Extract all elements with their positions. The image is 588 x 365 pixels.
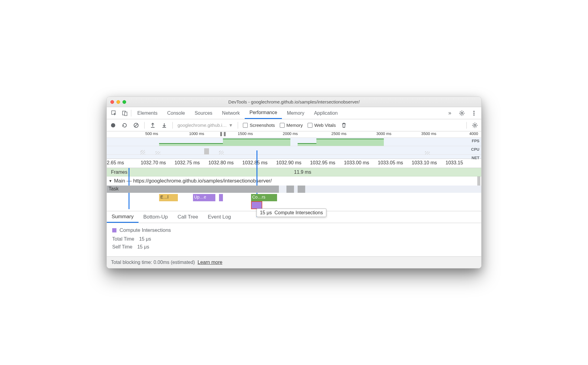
dtab-eventlog[interactable]: Event Log: [203, 211, 236, 223]
save-profile-button[interactable]: [161, 122, 168, 129]
blocking-time-text: Total blocking time: 0.00ms (estimated): [111, 260, 195, 265]
svg-point-12: [474, 124, 476, 126]
traffic-lights: [110, 100, 126, 104]
svg-point-5: [473, 113, 475, 114]
main-track-label: Main — https://googlechrome.github.io/sa…: [114, 178, 272, 184]
frame-duration: 11.9 ms: [294, 169, 311, 175]
settings-gear-icon[interactable]: [457, 110, 467, 116]
tab-memory[interactable]: Memory: [282, 107, 309, 119]
checkbox-memory[interactable]: Memory: [280, 123, 303, 128]
zoomed-ruler[interactable]: 2.65 ms1032.70 ms1032.75 ms1032.80 ms103…: [107, 159, 481, 168]
flame-row-2: 15 μs Compute Intersections: [107, 201, 481, 209]
close-window-button[interactable]: [110, 100, 114, 104]
flame-row-1: E…l Up…e Co…rs: [107, 194, 481, 201]
recording-dropdown[interactable]: googlechrome.github.i… ▼: [178, 123, 233, 128]
tabs-bar: Elements Console Sources Network Perform…: [107, 107, 481, 119]
cpu-lane: CPU: [107, 146, 481, 154]
flame-block-update[interactable]: Up…e: [193, 194, 215, 201]
flame-block-composite[interactable]: Co…rs: [251, 194, 277, 201]
devtools-window: DevTools - googlechrome.github.io/sample…: [106, 97, 482, 268]
learn-more-link[interactable]: Learn more: [198, 260, 222, 265]
svg-point-6: [473, 114, 475, 116]
capture-settings-gear-icon[interactable]: [472, 122, 478, 129]
event-name: Compute Intersections: [119, 227, 171, 233]
tab-elements[interactable]: Elements: [132, 107, 162, 119]
task-segment[interactable]: Task: [107, 186, 279, 193]
panel-tabs: Elements Console Sources Network Perform…: [132, 107, 444, 119]
tab-console[interactable]: Console: [162, 107, 190, 119]
self-time-value: 15 μs: [137, 244, 149, 250]
tooltip-name: Compute Intersections: [275, 210, 323, 215]
perf-toolbar: googlechrome.github.i… ▼ Screenshots Mem…: [107, 119, 481, 131]
net-lane: NET: [107, 154, 481, 159]
reload-record-button[interactable]: [121, 122, 128, 129]
disclosure-triangle-icon[interactable]: ▼: [109, 179, 112, 183]
main-track-header[interactable]: ▼ Main — https://googlechrome.github.io/…: [107, 176, 481, 186]
device-toggle-icon[interactable]: [120, 107, 130, 119]
clear-button[interactable]: [133, 122, 139, 129]
tab-sources[interactable]: Sources: [190, 107, 217, 119]
frames-label: Frames: [111, 169, 127, 175]
dtab-calltree[interactable]: Call Tree: [173, 211, 203, 223]
svg-rect-2: [125, 112, 127, 116]
flame-chart[interactable]: Frames 11.9 ms ▼ Main — https://googlech…: [107, 168, 481, 209]
flame-tooltip: 15 μs Compute Intersections: [256, 209, 326, 217]
titlebar[interactable]: DevTools - googlechrome.github.io/sample…: [107, 97, 481, 107]
fps-lane: FPS: [107, 137, 481, 146]
tab-application[interactable]: Application: [309, 107, 342, 119]
tab-network[interactable]: Network: [217, 107, 245, 119]
load-profile-button[interactable]: [149, 122, 156, 129]
delete-recording-button[interactable]: [341, 122, 347, 129]
inspect-icon[interactable]: [109, 107, 119, 119]
checkbox-screenshots[interactable]: Screenshots: [243, 123, 275, 128]
recording-label: googlechrome.github.i…: [178, 123, 227, 128]
svg-line-9: [135, 124, 138, 127]
flame-block-event[interactable]: E…l: [159, 194, 178, 201]
record-button[interactable]: [110, 122, 116, 129]
overview-handle-left[interactable]: [220, 132, 222, 136]
flame-block-compute-intersections[interactable]: [251, 201, 262, 209]
dtab-summary[interactable]: Summary: [107, 211, 139, 223]
total-time-label: Total Time: [112, 236, 134, 242]
summary-panel: Compute Intersections Total Time15 μs Se…: [107, 223, 481, 256]
svg-point-7: [111, 123, 115, 127]
kebab-menu-icon[interactable]: [469, 111, 479, 116]
tooltip-time: 15 μs: [260, 210, 272, 215]
flame-block-stub[interactable]: [219, 194, 223, 201]
zoom-window-button[interactable]: [122, 100, 126, 104]
task-row[interactable]: Task: [107, 186, 481, 193]
overview-ruler: 500 ms 1000 ms 1500 ms 2000 ms 2500 ms 3…: [107, 131, 481, 137]
window-title: DevTools - googlechrome.github.io/sample…: [107, 99, 481, 104]
svg-point-4: [473, 111, 475, 112]
minimize-window-button[interactable]: [116, 100, 120, 104]
event-color-swatch: [112, 228, 116, 232]
footer-bar: Total blocking time: 0.00ms (estimated) …: [107, 256, 481, 268]
frames-track[interactable]: Frames 11.9 ms: [107, 168, 481, 176]
total-time-value: 15 μs: [139, 236, 151, 242]
more-tabs-button[interactable]: »: [445, 110, 455, 116]
self-time-label: Self Time: [112, 244, 132, 250]
overview-handle-right[interactable]: [224, 132, 226, 136]
dtab-bottomup[interactable]: Bottom-Up: [139, 211, 173, 223]
svg-point-3: [461, 112, 463, 114]
checkbox-webvitals[interactable]: Web Vitals: [308, 123, 336, 128]
timeline-overview[interactable]: 500 ms 1000 ms 1500 ms 2000 ms 2500 ms 3…: [107, 131, 481, 159]
tab-performance[interactable]: Performance: [245, 107, 282, 119]
